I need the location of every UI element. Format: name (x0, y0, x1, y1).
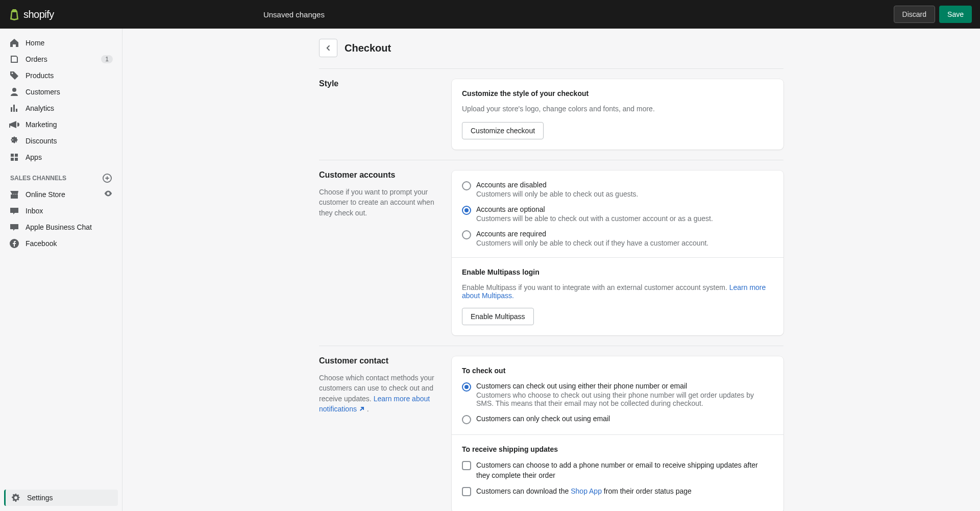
nav-analytics[interactable]: Analytics (4, 100, 118, 116)
channel-facebook[interactable]: Facebook (4, 235, 118, 252)
inbox-icon (9, 206, 19, 216)
discount-icon (9, 136, 19, 146)
gear-icon (11, 493, 21, 503)
tag-icon (9, 70, 19, 81)
orders-badge: 1 (101, 55, 113, 63)
radio-title: Accounts are disabled (476, 181, 639, 189)
style-card-sub: Upload your store's logo, change colors … (462, 105, 773, 113)
orders-icon (9, 54, 19, 64)
preview-store-icon[interactable] (104, 189, 113, 200)
radio-input[interactable] (462, 382, 471, 392)
shopify-logo: shopify (8, 8, 54, 20)
radio-checkout-phone-or-email[interactable]: Customers can check out using either the… (462, 382, 773, 407)
apps-icon (9, 152, 19, 162)
sales-channels-header: SALES CHANNELS (4, 165, 118, 186)
multipass-title: Enable Multipass login (462, 268, 773, 276)
nav-label: Analytics (26, 104, 54, 112)
channel-inbox[interactable]: Inbox (4, 203, 118, 219)
radio-input[interactable] (462, 415, 471, 424)
checkbox-input[interactable] (462, 487, 471, 496)
channels-header-label: SALES CHANNELS (10, 175, 66, 182)
checkbox-label: Customers can download the Shop App from… (476, 486, 692, 497)
arrow-left-icon (324, 43, 333, 53)
accounts-section-title: Customer accounts (319, 171, 442, 180)
nav-label: Orders (26, 55, 47, 63)
home-icon (9, 38, 19, 48)
analytics-icon (9, 103, 19, 113)
radio-accounts-optional[interactable]: Accounts are optional Customers will be … (462, 205, 773, 223)
nav-customers[interactable]: Customers (4, 84, 118, 100)
nav-label: Marketing (26, 120, 57, 129)
chat-icon (9, 222, 19, 232)
nav-label: Settings (27, 494, 53, 502)
external-link-icon (359, 404, 365, 410)
check-text-pre: Customers can download the (476, 487, 571, 495)
radio-desc: Customers who choose to check out using … (476, 391, 773, 407)
check-text: Customers can choose to add a phone numb… (476, 461, 758, 479)
nav-label: Inbox (26, 207, 43, 215)
radio-accounts-disabled[interactable]: Accounts are disabled Customers will onl… (462, 181, 773, 198)
megaphone-icon (9, 119, 19, 130)
enable-multipass-button[interactable]: Enable Multipass (462, 308, 534, 325)
nav-label: Products (26, 71, 54, 80)
checkbox-shipping-phone-email[interactable]: Customers can choose to add a phone numb… (462, 460, 773, 480)
page-title: Checkout (345, 42, 391, 54)
radio-title: Accounts are optional (476, 205, 713, 213)
channel-online-store[interactable]: Online Store (4, 186, 118, 203)
checkout-contact-title: To check out (462, 367, 773, 375)
checkbox-input[interactable] (462, 461, 471, 470)
nav-label: Online Store (26, 190, 65, 199)
nav-apps[interactable]: Apps (4, 149, 118, 165)
nav-home[interactable]: Home (4, 35, 118, 51)
customize-checkout-button[interactable]: Customize checkout (462, 122, 544, 139)
radio-accounts-required[interactable]: Accounts are required Customers will onl… (462, 230, 773, 247)
shopify-bag-icon (8, 8, 20, 20)
shipping-updates-title: To receive shipping updates (462, 445, 773, 453)
nav-orders[interactable]: Orders1 (4, 51, 118, 67)
save-button[interactable]: Save (939, 6, 972, 23)
radio-checkout-email-only[interactable]: Customers can only check out using email (462, 415, 773, 424)
discard-button[interactable]: Discard (894, 6, 935, 23)
add-channel-icon[interactable] (103, 174, 112, 183)
nav-marketing[interactable]: Marketing (4, 116, 118, 133)
radio-desc: Customers will only be able to check out… (476, 190, 639, 198)
radio-desc: Customers will only be able to check out… (476, 239, 708, 247)
logo-text: shopify (23, 9, 54, 20)
checkbox-shop-app[interactable]: Customers can download the Shop App from… (462, 486, 773, 497)
shop-app-link[interactable]: Shop App (571, 487, 602, 495)
person-icon (9, 87, 19, 97)
nav-label: Home (26, 39, 44, 47)
unsaved-changes-label: Unsaved changes (263, 10, 325, 19)
nav-label: Apple Business Chat (26, 223, 92, 231)
multipass-desc-text: Enable Multipass if you want to integrat… (462, 283, 729, 291)
contact-section-desc: Choose which contact methods your custom… (319, 373, 442, 414)
nav-settings[interactable]: Settings (4, 490, 118, 506)
radio-title: Accounts are required (476, 230, 708, 238)
nav-label: Apps (26, 153, 42, 161)
radio-input[interactable] (462, 181, 471, 190)
channel-apple-business-chat[interactable]: Apple Business Chat (4, 219, 118, 235)
facebook-icon (9, 238, 19, 249)
check-text-post: from their order status page (602, 487, 692, 495)
style-card-title: Customize the style of your checkout (462, 89, 773, 98)
store-icon (9, 189, 19, 200)
accounts-section-desc: Choose if you want to prompt your custom… (319, 187, 442, 218)
checkbox-label: Customers can choose to add a phone numb… (476, 460, 773, 480)
nav-label: Facebook (26, 239, 57, 248)
multipass-desc: Enable Multipass if you want to integrat… (462, 283, 773, 300)
radio-title: Customers can only check out using email (476, 415, 610, 423)
nav-label: Customers (26, 88, 60, 96)
contact-section-title: Customer contact (319, 356, 442, 366)
style-section-title: Style (319, 79, 442, 88)
radio-input[interactable] (462, 230, 471, 239)
radio-title: Customers can check out using either the… (476, 382, 773, 390)
nav-label: Discounts (26, 137, 57, 145)
back-button[interactable] (319, 39, 337, 57)
nav-products[interactable]: Products (4, 67, 118, 84)
contact-desc-post: . (365, 405, 369, 413)
nav-discounts[interactable]: Discounts (4, 133, 118, 149)
radio-desc: Customers will be able to check out with… (476, 214, 713, 223)
radio-input[interactable] (462, 206, 471, 215)
